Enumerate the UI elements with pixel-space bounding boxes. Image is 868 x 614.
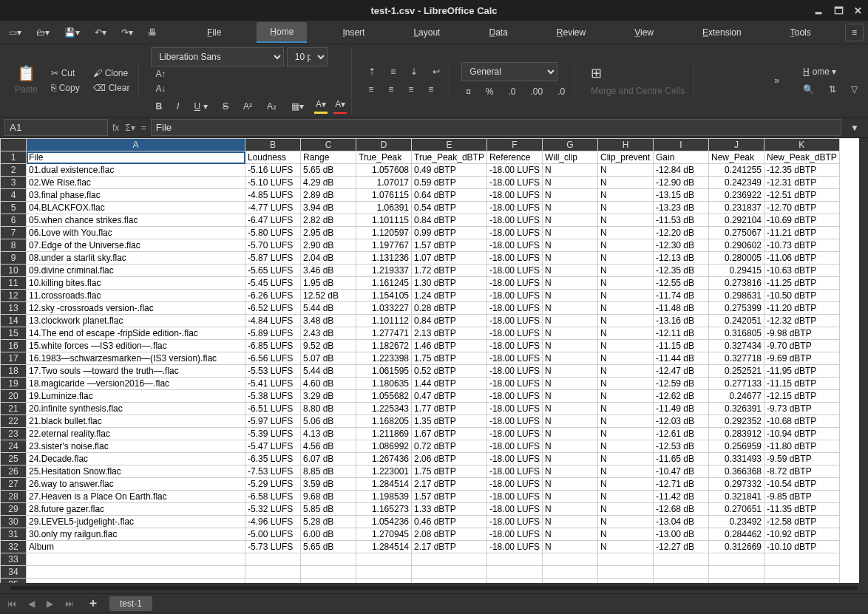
cell[interactable]: 1.24 dBTP [412, 290, 487, 302]
cell[interactable] [654, 553, 709, 566]
cell[interactable]: -12.71 dB [654, 478, 709, 491]
cell[interactable]: 0.283912 [709, 428, 764, 440]
cell[interactable] [598, 579, 654, 584]
cell[interactable]: 4.60 dB [301, 378, 356, 390]
minimize-icon[interactable]: 🗕 [814, 5, 824, 16]
cell[interactable]: -11.49 dB [654, 403, 709, 415]
cell[interactable]: 1.33 dBTP [412, 503, 487, 516]
cell[interactable]: N [598, 177, 654, 189]
cell[interactable] [764, 579, 840, 584]
cell[interactable]: N [543, 302, 598, 315]
cell[interactable]: 1.07017 [356, 177, 412, 189]
cell[interactable]: -18.00 LUFS [486, 516, 542, 528]
cell[interactable]: 0.326391 [709, 403, 764, 415]
cell[interactable]: -12.35 dBTP [764, 164, 840, 177]
sheet-tab[interactable]: test-1 [109, 596, 152, 611]
formula-expand-icon[interactable]: ▼ [846, 120, 864, 135]
hamburger-icon[interactable]: ≡ [845, 24, 864, 41]
cell[interactable]: -5.89 LUFS [245, 327, 301, 340]
cell[interactable]: N [543, 277, 598, 290]
shrink-font-icon[interactable]: A↓ [151, 81, 347, 96]
cell[interactable]: 1.223398 [356, 352, 412, 365]
cell[interactable]: -5.41 LUFS [245, 378, 301, 390]
cell[interactable]: 0.277133 [709, 378, 764, 390]
cell[interactable]: -11.74 dB [654, 290, 709, 302]
cell[interactable]: 23.sister's noise.flac [27, 440, 245, 453]
cell[interactable]: 1.267436 [356, 453, 412, 465]
cell[interactable]: 1.055682 [356, 390, 412, 403]
cell[interactable]: -4.77 LUFS [245, 202, 301, 214]
menu-data[interactable]: Data [475, 23, 521, 42]
cell[interactable]: -18.00 LUFS [486, 227, 542, 239]
cell[interactable]: 0.292352 [709, 415, 764, 428]
cell[interactable]: 5.07 dB [301, 352, 356, 365]
cell[interactable] [764, 553, 840, 566]
cell[interactable]: 25.Hesitation Snow.flac [27, 465, 245, 478]
equals-icon[interactable]: = [141, 123, 146, 133]
spreadsheet-grid[interactable]: ABCDEFGHIJK 1FileLoudnessRangeTrue_PeakT… [0, 138, 840, 583]
cell[interactable]: 1.131236 [356, 252, 412, 265]
clone-button[interactable]: 🖌Clone [89, 66, 135, 81]
cell[interactable]: -18.00 LUFS [486, 352, 542, 365]
cell[interactable]: 1.06391 [356, 202, 412, 214]
cell[interactable]: 0.321841 [709, 491, 764, 503]
cell[interactable]: -11.15 dBTP [764, 378, 840, 390]
fx-icon[interactable]: fx [112, 123, 119, 133]
menu-view[interactable]: View [621, 23, 667, 42]
cell[interactable]: -12.13 dB [654, 252, 709, 265]
number-format-select[interactable]: General [461, 62, 557, 81]
cell[interactable]: -5.53 LUFS [245, 365, 301, 378]
col-header[interactable]: C [301, 139, 356, 151]
cell[interactable]: -18.00 LUFS [486, 541, 542, 553]
cell[interactable]: N [543, 528, 598, 541]
cell[interactable] [709, 566, 764, 579]
cell[interactable]: 0.298631 [709, 290, 764, 302]
cell[interactable]: -12.62 dB [654, 390, 709, 403]
valign-top-icon[interactable]: ⇡ [364, 64, 380, 79]
cell[interactable]: File [27, 151, 245, 164]
cell[interactable]: 19.Luminize.flac [27, 390, 245, 403]
cell[interactable]: 1.120597 [356, 227, 412, 239]
cell[interactable] [654, 566, 709, 579]
cell[interactable]: 5.06 dB [301, 415, 356, 428]
cell[interactable]: 1.75 dBTP [412, 352, 487, 365]
close-icon[interactable]: ✕ [854, 5, 862, 16]
cell[interactable]: N [598, 528, 654, 541]
cell[interactable]: 04.BLACKFOX.flac [27, 202, 245, 214]
row-header[interactable]: 8 [1, 239, 27, 252]
font-size-select[interactable]: 10 pt [287, 47, 328, 66]
underline-button[interactable]: U▾ [189, 99, 212, 114]
cell[interactable]: N [543, 340, 598, 352]
row-header[interactable]: 27 [1, 478, 27, 491]
cell[interactable]: -12.32 dBTP [764, 315, 840, 327]
cell[interactable]: Loudness [245, 151, 301, 164]
col-header[interactable]: D [356, 139, 412, 151]
row-header[interactable]: 6 [1, 214, 27, 227]
tab-prev-icon[interactable]: ◀ [25, 598, 38, 609]
cell[interactable]: N [598, 352, 654, 365]
cell[interactable]: 0.49 dBTP [412, 164, 487, 177]
cell[interactable]: 0.242051 [709, 315, 764, 327]
cell[interactable]: -18.00 LUFS [486, 265, 542, 277]
cell[interactable] [301, 579, 356, 584]
cell[interactable]: N [598, 252, 654, 265]
cell[interactable]: 0.24677 [709, 390, 764, 403]
cell[interactable]: -12.59 dB [654, 378, 709, 390]
row-header[interactable]: 22 [1, 415, 27, 428]
cell[interactable] [764, 566, 840, 579]
cell[interactable]: -18.00 LUFS [486, 164, 542, 177]
cell[interactable]: 1.197767 [356, 239, 412, 252]
cell[interactable]: 1.198539 [356, 491, 412, 503]
cell[interactable]: N [543, 390, 598, 403]
cell[interactable]: -6.47 LUFS [245, 214, 301, 227]
cell[interactable]: 0.273816 [709, 277, 764, 290]
cell[interactable]: 0.236922 [709, 189, 764, 202]
cell[interactable]: -5.39 LUFS [245, 428, 301, 440]
cell[interactable]: -18.00 LUFS [486, 528, 542, 541]
cell[interactable]: N [543, 290, 598, 302]
cell[interactable]: -18.00 LUFS [486, 453, 542, 465]
menu-layout[interactable]: Layout [400, 23, 453, 42]
cell[interactable]: 02.We Rise.flac [27, 177, 245, 189]
cell[interactable]: 1.30 dBTP [412, 277, 487, 290]
subscript-icon[interactable]: A₂ [262, 99, 281, 114]
